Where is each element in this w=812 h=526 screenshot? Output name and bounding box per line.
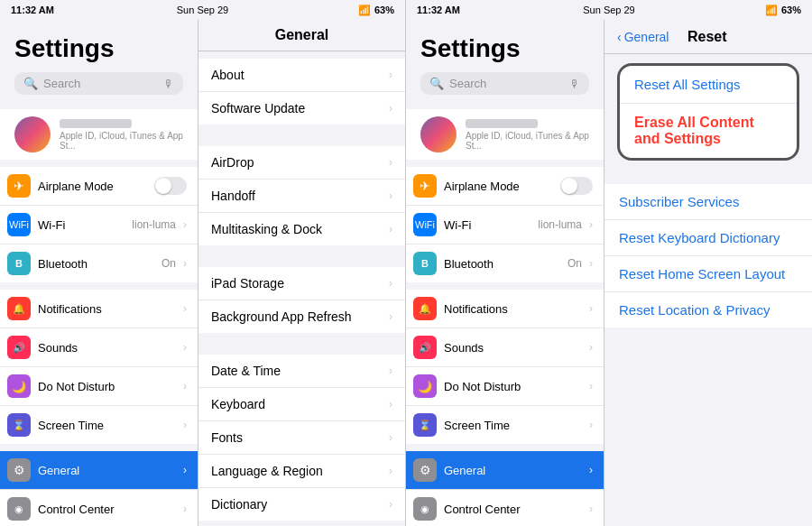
profile-section-left[interactable]: Apple ID, iCloud, iTunes & App St... [0, 109, 198, 160]
reset-location-item[interactable]: Reset Location & Privacy [604, 292, 812, 328]
general-label-right: General [444, 464, 582, 477]
controlcenter-label: Control Center [38, 503, 176, 516]
screentime-chevron-right: › [589, 419, 593, 431]
profile-name-right [466, 119, 538, 128]
keyboard-label: Keyboard [211, 397, 389, 411]
status-indicators-left: 📶 63% [358, 5, 394, 16]
sidebar-left: Settings 🔍 🎙 Apple ID, iCloud, iTunes & … [0, 20, 198, 526]
wifi-item[interactable]: WiFi Wi-Fi lion-luma › [0, 206, 198, 245]
sounds-item[interactable]: 🔊 Sounds › [0, 328, 198, 367]
notifications-section: 🔔 Notifications › 🔊 Sounds › 🌙 Do Not Di… [0, 290, 198, 444]
language-item[interactable]: Language & Region › [198, 455, 405, 488]
ipadstorage-item[interactable]: iPad Storage › [198, 267, 405, 300]
dictionary-item[interactable]: Dictionary › [198, 488, 405, 521]
airplane-icon: ✈ [7, 174, 31, 198]
profile-text-left: Apple ID, iCloud, iTunes & App St... [60, 119, 183, 151]
profile-text-right: Apple ID, iCloud, iTunes & App St... [466, 119, 589, 151]
controlcenter-item[interactable]: ◉ Control Center › [0, 490, 198, 526]
notifications-item[interactable]: 🔔 Notifications › [0, 290, 198, 328]
donotdisturb-item-right[interactable]: 🌙 Do Not Disturb › [406, 367, 604, 406]
airplane-toggle[interactable] [154, 177, 187, 195]
screentime-icon: ⌛ [7, 413, 31, 437]
wifi-item-right[interactable]: WiFi Wi-Fi lion-luma › [406, 206, 604, 245]
general-icon-right: ⚙ [413, 458, 437, 482]
profile-section-right[interactable]: Apple ID, iCloud, iTunes & App St... [406, 109, 604, 160]
bluetooth-icon-right: B [413, 252, 437, 275]
reset-keyboard-item[interactable]: Reset Keyboard Dictionary [604, 220, 812, 256]
ipad-content-left: Settings 🔍 🎙 Apple ID, iCloud, iTunes & … [0, 20, 405, 526]
screentime-item[interactable]: ⌛ Screen Time › [0, 406, 198, 444]
datetime-item[interactable]: Date & Time › [198, 355, 405, 388]
screentime-item-right[interactable]: ⌛ Screen Time › [406, 406, 604, 444]
airplane-mode-item[interactable]: ✈ Airplane Mode [0, 167, 198, 206]
erase-all-item[interactable]: Erase All Content and Settings [620, 104, 797, 158]
notifications-icon: 🔔 [7, 297, 31, 320]
ipad-content-right: Settings 🔍 🎙 Apple ID, iCloud, iTunes & … [406, 20, 812, 526]
screentime-chevron: › [183, 419, 187, 431]
status-bar-right: 11:32 AM Sun Sep 29 📶 63% [406, 0, 812, 20]
airplane-label: Airplane Mode [38, 180, 147, 193]
airplane-item-right[interactable]: ✈ Airplane Mode [406, 167, 604, 206]
general-item[interactable]: ⚙ General › [0, 451, 198, 490]
bluetooth-item[interactable]: B Bluetooth On › [0, 245, 198, 282]
about-label: About [211, 68, 389, 82]
donotdisturb-icon-right: 🌙 [413, 374, 437, 398]
search-bar-right[interactable]: 🔍 🎙 [420, 72, 589, 95]
search-input-right[interactable] [449, 77, 564, 90]
sidebar-title: Settings [14, 34, 183, 63]
notifications-item-right[interactable]: 🔔 Notifications › [406, 290, 604, 328]
bgapprefresh-item[interactable]: Background App Refresh › [198, 300, 405, 333]
controlcenter-label-right: Control Center [444, 503, 582, 516]
reset-plain-options: Subscriber Services Reset Keyboard Dicti… [604, 184, 812, 328]
general-icon: ⚙ [7, 458, 31, 482]
donotdisturb-label-right: Do Not Disturb [444, 380, 582, 393]
panel-title: General [198, 20, 405, 51]
general-label: General [38, 464, 176, 477]
date-right: Sun Sep 29 [583, 5, 635, 15]
time-right: 11:32 AM [417, 5, 460, 15]
general-section: ⚙ General › ◉ Control Center › AA Displa… [0, 451, 198, 526]
about-item[interactable]: About › [198, 59, 405, 92]
search-bar-left[interactable]: 🔍 🎙 [14, 72, 183, 95]
screentime-label: Screen Time [38, 419, 176, 432]
sidebar-right: Settings 🔍 🎙 Apple ID, iCloud, iTunes & … [406, 20, 604, 526]
bluetooth-item-right[interactable]: B Bluetooth On › [406, 245, 604, 282]
reset-homescreen-item[interactable]: Reset Home Screen Layout [604, 256, 812, 292]
subscriber-services-item[interactable]: Subscriber Services [604, 184, 812, 220]
reset-all-settings-item[interactable]: Reset All Settings [620, 66, 797, 104]
about-chevron: › [389, 69, 392, 81]
right-ipad: 11:32 AM Sun Sep 29 📶 63% Settings 🔍 🎙 [406, 0, 812, 526]
airdrop-section: AirDrop › Handoff › Multitasking & Dock … [198, 146, 405, 245]
nav-back-button[interactable]: ‹ General [617, 30, 669, 44]
controlcenter-icon: ◉ [7, 497, 31, 521]
donotdisturb-item[interactable]: 🌙 Do Not Disturb › [0, 367, 198, 406]
about-section: About › Software Update › [198, 59, 405, 125]
connectivity-section-right: ✈ Airplane Mode WiFi Wi-Fi lion-luma › B… [406, 167, 604, 282]
reset-keyboard-label: Reset Keyboard Dictionary [619, 230, 780, 245]
general-item-right[interactable]: ⚙ General › [406, 451, 604, 490]
airdrop-item[interactable]: AirDrop › [198, 146, 405, 180]
wifi-label: Wi-Fi [38, 218, 125, 232]
language-label: Language & Region [211, 464, 389, 478]
airplane-toggle-right[interactable] [560, 177, 593, 195]
sounds-icon: 🔊 [7, 336, 31, 359]
search-input-left[interactable] [43, 77, 158, 90]
handoff-item[interactable]: Handoff › [198, 180, 405, 213]
datetime-chevron: › [389, 365, 392, 377]
battery-left: 63% [374, 5, 394, 15]
softwareupdate-label: Software Update [211, 101, 389, 115]
keyboard-item[interactable]: Keyboard › [198, 388, 405, 421]
multitasking-item[interactable]: Multitasking & Dock › [198, 213, 405, 245]
wifi-value-right: lion-luma [538, 218, 582, 231]
divider1 [198, 132, 405, 139]
controlcenter-item-right[interactable]: ◉ Control Center › [406, 490, 604, 526]
datetime-section: Date & Time › Keyboard › Fonts › Languag… [198, 355, 405, 521]
softwareupdate-item[interactable]: Software Update › [198, 92, 405, 125]
bluetooth-value-right: On [567, 257, 582, 270]
fonts-item[interactable]: Fonts › [198, 421, 405, 455]
handoff-chevron: › [389, 189, 392, 202]
sidebar-header-right: Settings 🔍 🎙 [406, 20, 604, 109]
general-panel: General About › Software Update › AirDro… [198, 20, 405, 526]
sounds-item-right[interactable]: 🔊 Sounds › [406, 328, 604, 367]
dictionary-chevron: › [389, 498, 392, 511]
